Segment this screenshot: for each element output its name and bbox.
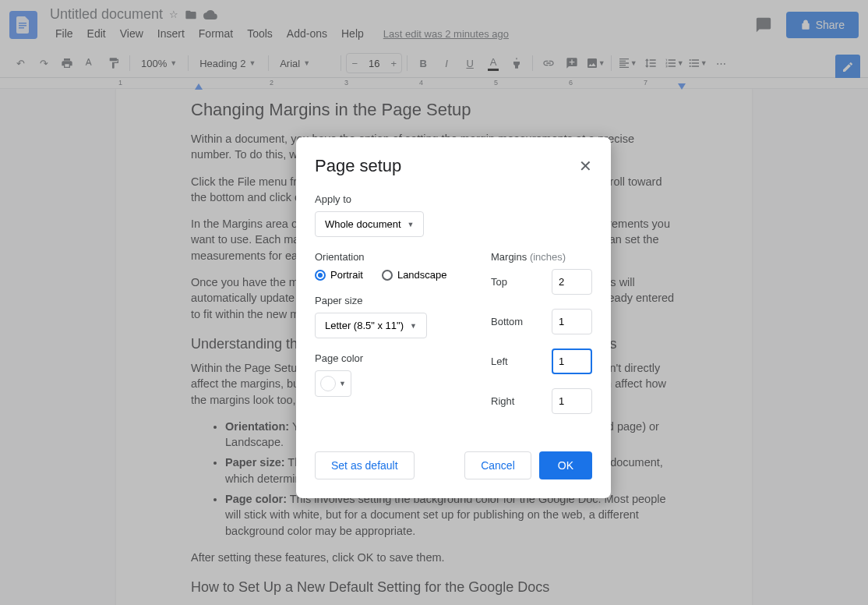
orientation-label: Orientation (315, 251, 460, 263)
margin-bottom-input[interactable] (552, 309, 592, 334)
set-default-button[interactable]: Set as default (315, 451, 415, 479)
top-label: Top (491, 276, 507, 288)
margins-label: Margins (inches) (491, 251, 592, 263)
portrait-radio[interactable]: Portrait (315, 269, 363, 281)
dialog-title: Page setup (315, 156, 401, 176)
paper-size-select[interactable]: Letter (8.5" x 11")▼ (315, 313, 427, 338)
page-color-label: Page color (315, 352, 460, 364)
right-label: Right (491, 395, 514, 407)
margin-top-input[interactable] (552, 269, 592, 295)
bottom-label: Bottom (491, 316, 523, 327)
left-label: Left (491, 356, 508, 367)
page-color-select[interactable]: ▼ (315, 370, 351, 397)
landscape-radio[interactable]: Landscape (382, 269, 447, 281)
apply-to-select[interactable]: Whole document▼ (315, 211, 424, 237)
color-swatch (320, 376, 336, 391)
margin-left-input[interactable] (552, 348, 592, 374)
close-button[interactable]: ✕ (579, 157, 592, 175)
cancel-button[interactable]: Cancel (464, 451, 531, 479)
page-setup-dialog: Page setup ✕ Apply to Whole document▼ Or… (296, 137, 611, 498)
margin-right-input[interactable] (552, 388, 592, 414)
apply-to-label: Apply to (315, 193, 592, 205)
ok-button[interactable]: OK (539, 451, 592, 479)
paper-size-label: Paper size (315, 295, 460, 306)
